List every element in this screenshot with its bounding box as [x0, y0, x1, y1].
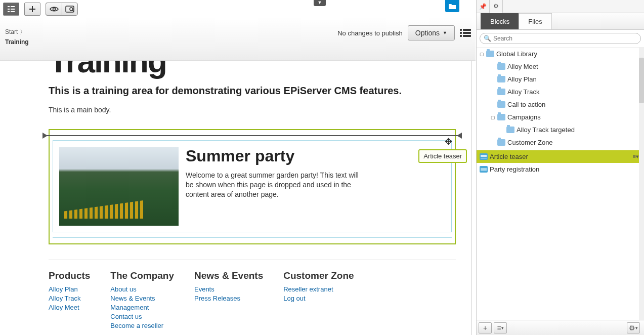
- tree-label: Alloy Plan: [507, 75, 537, 83]
- teaser-title: Summer party: [186, 147, 363, 165]
- teaser-text: Welcome to a great summer garden party! …: [186, 171, 363, 199]
- tree-label: Customer Zone: [507, 139, 553, 146]
- collapse-icon[interactable]: ▢: [491, 115, 495, 120]
- menu-button[interactable]: ≡▾: [494, 322, 507, 333]
- footer: Products Alloy Plan Alloy Track Alloy Me…: [49, 260, 456, 331]
- folder-icon: [497, 114, 505, 120]
- folder-icon: [497, 101, 505, 108]
- block-icon: [480, 153, 488, 160]
- tree-label: Alloy Track targeted: [517, 126, 575, 134]
- footer-link[interactable]: Reseller extranet: [283, 285, 354, 293]
- tab-blocks[interactable]: Blocks: [481, 13, 519, 29]
- teaser-block[interactable]: Summer party Welcome to a great summer g…: [53, 140, 452, 232]
- publish-status: No changes to publish: [337, 29, 403, 37]
- folder-icon: [497, 76, 505, 82]
- folder-icon: [497, 63, 505, 70]
- breadcrumb: Start 〉 Training: [5, 28, 29, 46]
- tree-root[interactable]: ▢ Global Library: [477, 48, 644, 60]
- search-input[interactable]: [480, 33, 641, 44]
- folder-icon: [506, 127, 514, 133]
- page-title: Training: [49, 61, 456, 80]
- tree-toggle-button[interactable]: [3, 3, 19, 16]
- footer-heading: The Company: [110, 270, 174, 281]
- tab-files[interactable]: Files: [519, 13, 551, 29]
- properties-view-button[interactable]: [460, 29, 471, 37]
- footer-link[interactable]: Log out: [283, 295, 354, 302]
- assets-bottom-bar: + ≡▾ ⚙▾: [477, 320, 644, 335]
- footer-col-company: The Company About us News & Events Manag…: [110, 270, 174, 331]
- gear-icon[interactable]: ⚙: [490, 0, 503, 13]
- block-label: Article teaser: [490, 153, 528, 160]
- drop-indicator: [42, 135, 462, 136]
- footer-heading: Customer Zone: [283, 270, 354, 281]
- main-content: Training This is a training area for dem…: [0, 61, 471, 335]
- folder-icon: [486, 51, 494, 57]
- footer-link[interactable]: Press Releases: [194, 295, 263, 302]
- second-drop-slot[interactable]: [53, 237, 452, 240]
- options-label: Options: [415, 29, 440, 37]
- tree-folder[interactable]: Call to action: [477, 98, 644, 111]
- content-area-dropzone[interactable]: ✥ Article teaser Summer party Welcome to…: [49, 129, 456, 244]
- block-label: Party registration: [490, 165, 539, 173]
- tree-folder[interactable]: Alloy Track targeted: [477, 123, 644, 136]
- preview-button[interactable]: [46, 3, 62, 16]
- tree-folder[interactable]: Alloy Track: [477, 86, 644, 98]
- assets-panel: 📌 ⚙ Blocks Files 🔍 ▢ Global Library Allo…: [476, 0, 644, 335]
- assets-pane-toggle[interactable]: [445, 0, 459, 12]
- footer-col-news: News & Events Events Press Releases: [194, 270, 263, 331]
- options-button[interactable]: Options ▼: [408, 25, 455, 40]
- publish-area: No changes to publish Options ▼: [337, 25, 471, 40]
- teaser-image: [59, 147, 179, 226]
- tree-folder[interactable]: Alloy Plan: [477, 73, 644, 86]
- block-item-article-teaser[interactable]: Article teaser ≡▾: [477, 150, 644, 163]
- tree-folder-campaigns[interactable]: ▢ Campaigns: [477, 111, 644, 123]
- tree-label: Alloy Track: [507, 88, 540, 96]
- tree-label: Campaigns: [507, 113, 541, 121]
- svg-point-0: [53, 8, 55, 10]
- settings-button[interactable]: ⚙▾: [627, 322, 640, 333]
- folder-icon: [497, 139, 505, 146]
- assets-tree: ▢ Global Library Alloy Meet Alloy Plan A…: [477, 48, 644, 320]
- collapse-icon[interactable]: ▢: [480, 52, 484, 57]
- chevron-right-icon: 〉: [20, 28, 26, 35]
- move-cursor-icon: ✥: [445, 136, 456, 147]
- footer-heading: News & Events: [194, 270, 263, 281]
- assets-tabs: Blocks Files: [477, 13, 644, 30]
- scrollbar[interactable]: [639, 48, 644, 320]
- add-block-button[interactable]: +: [479, 322, 492, 333]
- footer-heading: Products: [49, 270, 90, 281]
- footer-link[interactable]: About us: [110, 285, 174, 293]
- footer-link[interactable]: Alloy Plan: [49, 285, 90, 293]
- drag-ghost-label: Article teaser: [418, 149, 467, 163]
- footer-link[interactable]: News & Events: [110, 295, 174, 302]
- footer-col-customer: Customer Zone Reseller extranet Log out: [283, 270, 354, 331]
- footer-col-products: Products Alloy Plan Alloy Track Alloy Me…: [49, 270, 90, 331]
- chevron-down-icon: ▼: [443, 30, 447, 35]
- tree-folder[interactable]: Customer Zone: [477, 136, 644, 149]
- footer-link[interactable]: Alloy Track: [49, 295, 90, 302]
- center-dropdown-handle[interactable]: ▼: [314, 0, 326, 6]
- footer-link[interactable]: Contact us: [110, 313, 174, 320]
- footer-link[interactable]: Management: [110, 304, 174, 311]
- page-subtitle: This is a training area for demonstratin…: [49, 85, 456, 97]
- tree-label: Alloy Meet: [507, 63, 538, 70]
- folder-icon: [497, 89, 505, 95]
- search-icon: 🔍: [484, 35, 491, 42]
- block-icon: [480, 166, 488, 173]
- compare-button[interactable]: [62, 3, 78, 16]
- breadcrumb-current: Training: [5, 38, 29, 46]
- add-button[interactable]: [24, 3, 40, 16]
- footer-link[interactable]: Become a reseller: [110, 322, 174, 329]
- block-item-party-registration[interactable]: Party registration: [477, 163, 644, 176]
- footer-link[interactable]: Alloy Meet: [49, 304, 90, 311]
- assets-search: 🔍: [477, 30, 644, 48]
- tree-label: Global Library: [496, 50, 537, 58]
- tree-label: Call to action: [507, 101, 545, 108]
- breadcrumb-root[interactable]: Start: [5, 28, 18, 35]
- tree-folder[interactable]: Alloy Meet: [477, 60, 644, 73]
- footer-link[interactable]: Events: [194, 285, 263, 293]
- page-body: This is a main body.: [49, 106, 456, 114]
- pin-icon[interactable]: 📌: [477, 0, 490, 13]
